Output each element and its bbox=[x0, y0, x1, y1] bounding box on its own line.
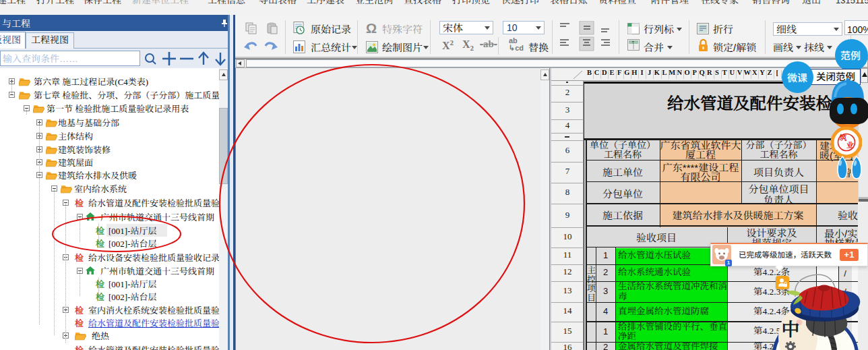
svg-text:业: 业 bbox=[846, 139, 854, 150]
svg-text:T: T bbox=[632, 39, 635, 45]
svg-text:筑: 筑 bbox=[840, 132, 847, 142]
